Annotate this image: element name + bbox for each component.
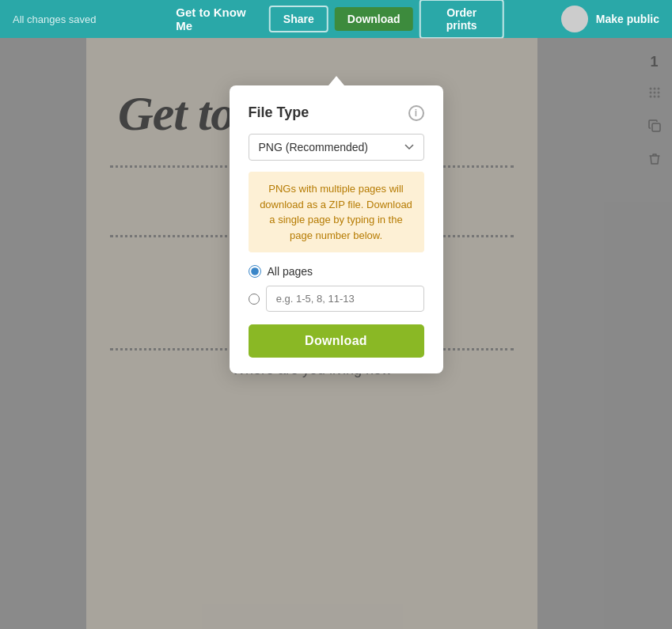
- notice-box: PNGs with multiple pages will download a…: [249, 172, 424, 252]
- page-number-input[interactable]: [266, 286, 424, 312]
- share-button[interactable]: Share: [269, 6, 328, 32]
- top-navigation: All changes saved Get to Know Me Share D…: [0, 0, 672, 38]
- nav-center-actions: Get to Know Me Share Download Order prin…: [168, 0, 504, 39]
- radio-all-pages-label[interactable]: All pages: [268, 265, 313, 278]
- main-area: Get to Where were you born Where are you…: [0, 38, 672, 629]
- saved-status: All changes saved: [13, 13, 97, 25]
- popup-arrow: [328, 76, 344, 85]
- file-type-select[interactable]: PNG (Recommended) PDF JPG: [249, 134, 424, 161]
- popup-title: File Type: [249, 104, 309, 121]
- radio-custom-pages-row: [249, 286, 424, 312]
- download-main-button[interactable]: Download: [249, 324, 424, 358]
- radio-custom-pages[interactable]: [249, 293, 260, 305]
- nav-right-area: Make public: [561, 6, 659, 32]
- download-popup: File Type i PNG (Recommended) PDF JPG PN…: [230, 76, 443, 373]
- radio-all-pages[interactable]: [249, 265, 261, 278]
- info-icon[interactable]: i: [408, 105, 424, 121]
- radio-all-pages-row: All pages: [249, 265, 424, 278]
- popup-header: File Type i: [249, 104, 424, 121]
- project-title-link[interactable]: Get to Know Me: [168, 1, 263, 37]
- popup-box: File Type i PNG (Recommended) PDF JPG PN…: [230, 85, 443, 373]
- make-public-button[interactable]: Make public: [596, 13, 659, 25]
- radio-group: All pages: [249, 265, 424, 312]
- download-button[interactable]: Download: [335, 7, 413, 31]
- avatar[interactable]: [561, 6, 588, 32]
- order-prints-button[interactable]: Order prints: [420, 0, 504, 39]
